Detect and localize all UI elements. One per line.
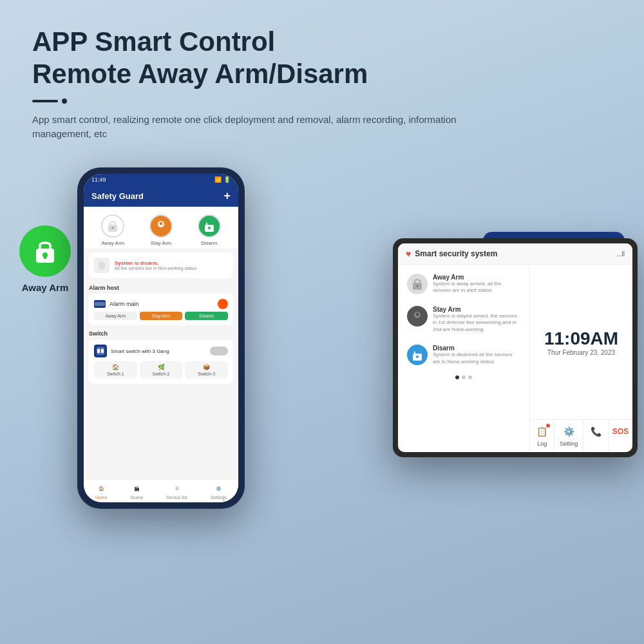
- tablet-date: Thur February 23, 2023: [547, 349, 615, 356]
- phone-nav-sensor[interactable]: ☰ Sensor list: [166, 484, 187, 500]
- tablet-stay-arm[interactable]: Stay Arm System is stayed armed. the sen…: [403, 302, 524, 337]
- phone-nav-scene[interactable]: 🎬 Scene: [130, 484, 143, 500]
- dot-1: [455, 375, 459, 379]
- phone-switch-icon: [94, 345, 107, 357]
- settings-nav-icon: ⚙️: [213, 484, 223, 494]
- phone-icon: 📞: [589, 425, 602, 438]
- sos-icon: SOS: [614, 425, 627, 438]
- phone-stay-circle: [149, 214, 173, 238]
- phone-disarm[interactable]: Disarm: [198, 214, 221, 246]
- sensor-nav-icon: ☰: [172, 484, 182, 494]
- tablet-away-arm[interactable]: Away Arm System is away armed. all the s…: [403, 270, 524, 298]
- alarm-device-icon: [94, 300, 106, 308]
- away-arm-icon-item[interactable]: Away Arm: [19, 225, 71, 293]
- phone-mini-disarm[interactable]: Disarm: [185, 312, 228, 320]
- tablet-header: ♥ Smart security system ...ll: [398, 243, 632, 265]
- phone-away-arm[interactable]: Away Arm: [101, 214, 124, 246]
- page-container: APP Smart Control Remote Away Arm/Disarm…: [0, 0, 644, 644]
- dot-3: [468, 375, 472, 379]
- phone-alarm-section: Alarm host: [84, 282, 238, 294]
- phone-mini-away[interactable]: Away Arm: [94, 312, 137, 320]
- switch-3[interactable]: 📦 Switch-3: [185, 361, 228, 379]
- tablet-sos-button[interactable]: SOS: [609, 420, 632, 452]
- phone-header: Safety Guard +: [84, 185, 238, 207]
- phone-away-icon: [106, 219, 119, 233]
- phone-device-card: Alarm main Away Arm Stay Arm Disarm: [89, 294, 233, 325]
- tablet-pagination-dots: [403, 373, 524, 382]
- tablet-away-icon: [412, 278, 423, 290]
- tablet-stay-icon: [412, 310, 423, 323]
- tablet-phone-button[interactable]: 📞: [583, 420, 608, 452]
- svg-point-28: [416, 355, 419, 358]
- away-arm-lock-icon: [32, 237, 58, 265]
- phone-disarm-icon: [203, 219, 216, 233]
- title-dot: [62, 99, 67, 104]
- phone-stay-icon: [155, 219, 167, 233]
- tablet-time-section: 11:09AM Thur February 23, 2023: [530, 265, 632, 419]
- svg-point-26: [416, 313, 419, 316]
- away-arm-circle: [19, 225, 71, 277]
- svg-rect-22: [101, 349, 104, 353]
- phone-away-circle: [101, 214, 124, 238]
- phone-mini-switches: 🏠 Switch-1 🌿 Switch-2 📦 Switch-3: [94, 361, 228, 379]
- svg-rect-21: [97, 349, 100, 353]
- tablet-bottom-row: 📋 Log ⚙️ Setting 📞: [530, 419, 632, 452]
- main-title: APP Smart Control Remote Away Arm/Disarm: [32, 26, 612, 91]
- svg-point-17: [208, 227, 211, 229]
- dot-2: [462, 375, 466, 379]
- phone-disarm-circle: [198, 214, 221, 238]
- header-section: APP Smart Control Remote Away Arm/Disarm…: [32, 26, 612, 142]
- phone-switch-card: Smart switch with 3 Gang 🏠 Switch-1 🌿 Sw…: [89, 339, 233, 384]
- tablet-right-panel: 11:09AM Thur February 23, 2023 📋 Log: [529, 265, 632, 452]
- home-nav-icon: 🏠: [96, 484, 106, 494]
- phone-device-alert-icon: [218, 299, 228, 309]
- phone-switch-section: Switch: [84, 328, 238, 339]
- phone-mini-stay[interactable]: Stay Arm: [140, 312, 183, 320]
- settings-icon: ⚙️: [562, 425, 575, 438]
- tablet-mockup: ♥ Smart security system ...ll: [393, 238, 638, 457]
- phone-screen: 11:49 📶 🔋 Safety Guard +: [84, 174, 238, 502]
- tablet-content: Away Arm System is away armed. all the s…: [398, 265, 632, 452]
- tablet-disarm-icon: [412, 348, 423, 361]
- svg-rect-2: [44, 255, 46, 259]
- svg-point-15: [159, 222, 162, 225]
- title-line: [32, 100, 58, 102]
- title-decoration: [32, 99, 612, 104]
- tablet-disarm[interactable]: Disarm System is disarmed.all the sensor…: [403, 341, 524, 369]
- tablet-left-panel: Away Arm System is away armed. all the s…: [398, 265, 529, 452]
- phone-toggle[interactable]: [210, 346, 228, 355]
- svg-point-24: [416, 285, 419, 287]
- svg-rect-19: [95, 302, 105, 306]
- switch-2[interactable]: 🌿 Switch-2: [140, 361, 183, 379]
- phone-nav-settings[interactable]: ⚙️ Settings: [211, 484, 227, 500]
- phone-arm-row: Away Arm Stay Arm: [84, 207, 238, 249]
- heart-icon: ♥: [406, 249, 411, 259]
- phone-status-shield-icon: [94, 258, 109, 273]
- tablet-settings-button[interactable]: ⚙️ Setting: [554, 420, 583, 452]
- tablet-time: 11:09AM: [544, 328, 618, 349]
- phone-nav-home[interactable]: 🏠 Home: [95, 484, 108, 500]
- tablet-disarm-circle: [407, 345, 428, 365]
- tablet-screen: ♥ Smart security system ...ll: [398, 243, 632, 452]
- tablet-signal: ...ll: [616, 251, 625, 258]
- log-notification-dot: [546, 424, 550, 428]
- phone-stay-arm[interactable]: Stay Arm: [149, 214, 173, 246]
- phone-status-bar: 11:49 📶 🔋: [84, 174, 238, 185]
- subtitle: App smart control, realizing remote one …: [32, 113, 470, 142]
- tablet-away-circle: [407, 274, 428, 294]
- away-arm-label: Away Arm: [22, 282, 69, 293]
- tablet-log-button[interactable]: 📋 Log: [530, 420, 554, 452]
- svg-point-13: [111, 227, 114, 229]
- phone-mockup: 11:49 📶 🔋 Safety Guard +: [77, 167, 245, 509]
- phone-nav: 🏠 Home 🎬 Scene ☰ Sensor list ⚙️ Settings: [84, 479, 238, 502]
- phone-mini-buttons: Away Arm Stay Arm Disarm: [94, 312, 228, 320]
- phone-content: Away Arm Stay Arm: [84, 207, 238, 479]
- phone-status-card: System is disarm. All the sensors are in…: [89, 252, 233, 278]
- tablet-title: ♥ Smart security system: [406, 249, 497, 259]
- scene-nav-icon: 🎬: [131, 484, 142, 494]
- tablet-stay-circle: [407, 306, 428, 327]
- switch-1[interactable]: 🏠 Switch-1: [94, 361, 137, 379]
